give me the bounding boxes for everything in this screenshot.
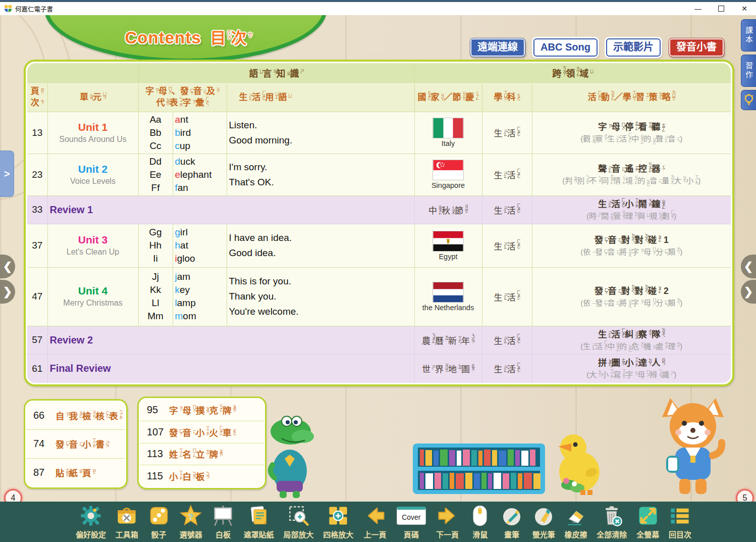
appendix-item-p113[interactable]: 113 姓ㄒㄧㄥˋ名ㄇㄧㄥˊ立ㄌㄧˋ牌ㄆㄞˊ <box>140 444 264 466</box>
toolbar-item-局部放大[interactable]: 局部放大 <box>284 504 314 539</box>
prev-page-chevron-right[interactable]: ❮ <box>741 255 756 278</box>
unit-subtitle: Voice Levels <box>50 176 136 187</box>
bottom-toolbar: 偏好設定工具箱骰子?選號器白板遮罩貼紙局部放大四格放大上一頁Cover頁碼下一頁… <box>0 502 756 542</box>
page-number-right[interactable]: 5 <box>736 489 754 502</box>
toolbar-item-選號器[interactable]: ?選號器 <box>179 504 202 539</box>
unit-title: Unit 1 <box>50 121 136 134</box>
country-cell: 世ㄕˋ界ㄐㄧㄝˋ地ㄉㄧˋ圖ㄊㄨˊ <box>414 354 482 383</box>
toolbar-item-下一頁[interactable]: 下一頁 <box>436 504 460 539</box>
toolbar-label: 選號器 <box>180 529 202 539</box>
next-page-chevron-left[interactable]: ❯ <box>0 280 15 304</box>
toolbar-item-全螢幕[interactable]: 全螢幕 <box>636 504 659 539</box>
singapore-flag-icon <box>433 160 464 180</box>
toc-row-unit-4[interactable]: 47 Unit 4 Merry Christmas JjKkLlMm jamke… <box>27 267 731 326</box>
page-number-left[interactable]: 4 <box>4 489 22 502</box>
appendix-item-p115[interactable]: 115 小ㄒㄧㄠˇ白ㄅㄞˊ板ㄅㄢˇ <box>140 465 264 487</box>
unit-cell: Unit 1 Sounds Around Us <box>47 112 138 154</box>
italy-flag-icon <box>433 118 464 138</box>
mouse-icon <box>469 504 491 528</box>
appendix-item-p107[interactable]: 107 發ㄈㄚ音ㄧㄣ小ㄒㄧㄠˇ火ㄏㄨㄛˇ車ㄔㄜ <box>140 421 264 444</box>
toc-row-final-review[interactable]: 61 Final Review 世ㄕˋ界ㄐㄧㄝˋ地ㄉㄧˋ圖ㄊㄨˊ 生ㄕㄥ活ㄏㄨㄛ… <box>27 354 731 383</box>
top-button-遠端連線[interactable]: 遠端連線 <box>470 38 525 57</box>
minimize-button[interactable]: — <box>686 2 710 15</box>
prev-page-chevron-left[interactable]: ❮ <box>0 255 15 278</box>
country-cell: 農ㄋㄨㄥˊ曆ㄌㄧˋ新ㄒㄧㄣ年ㄋㄧㄢˊ <box>414 326 482 354</box>
bookshelf-decoration <box>413 444 545 494</box>
page-title-en: Contents <box>125 28 201 47</box>
toc-row-unit-2[interactable]: 23 Unit 2 Voice Levels DdEeFf duckelepha… <box>27 154 731 195</box>
unit-cell: Unit 2 Voice Levels <box>47 154 138 195</box>
toc-row-unit-1[interactable]: 13 Unit 1 Sounds Around Us AaBbCc antbir… <box>27 112 731 154</box>
current-page-code: Cover <box>397 507 426 525</box>
toolbar-item-螢光筆[interactable]: 螢光筆 <box>532 504 555 539</box>
window-title: 何嘉仁電子書 <box>15 4 53 14</box>
appendix-item-p66[interactable]: 66 自ㄗˋ我ㄨㄛˇ檢ㄐㄧㄢˇ核ㄏㄜˊ表ㄅㄧㄠˇ <box>26 402 125 430</box>
whiteboard-icon <box>212 504 234 528</box>
letters-cell: AaBbCc <box>138 112 173 154</box>
phrases-cell: I'm sorry.That's OK. <box>227 154 414 195</box>
toc-row-review-2[interactable]: 57 Review 2 農ㄋㄨㄥˊ曆ㄌㄧˋ新ㄒㄧㄣ年ㄋㄧㄢˊ 生ㄕㄥ活ㄏㄨㄛˊ … <box>27 326 731 354</box>
toolbar-item-上一頁[interactable]: 上一頁 <box>363 504 387 539</box>
toolbar-item-畫筆[interactable]: 畫筆 <box>501 504 523 539</box>
side-tab-lightbulb[interactable] <box>741 90 756 110</box>
side-tabs: 課本習作 <box>741 19 756 113</box>
app-window: 何嘉仁電子書 — ✕ Contents目ㄇㄨˋ次ㄘˋ 遠端連線ABC Song示… <box>0 0 756 542</box>
toolbar-item-工具箱[interactable]: 工具箱 <box>116 504 138 539</box>
toolbar-item-全部清除[interactable]: 全部清除 <box>597 504 627 539</box>
appendix-item-p95[interactable]: 95 字ㄗˋ母ㄇㄨˇ撲ㄆㄨ克ㄎㄜˋ牌ㄆㄞˊ <box>140 399 264 421</box>
column-header-activity: 活ㄏㄨㄛˊ動ㄉㄨㄥˋ／學ㄒㄩㄝˊ習ㄒㄧˊ策ㄘㄜˋ略ㄌㄩㄝˋ <box>532 82 731 112</box>
next-page-chevron-right[interactable]: ❯ <box>741 280 756 304</box>
toolbar-item-四格放大[interactable]: 四格放大 <box>323 504 353 539</box>
top-buttons: 遠端連線ABC Song示範影片發音小書 <box>470 38 724 57</box>
close-button[interactable]: ✕ <box>733 2 756 15</box>
column-header-country: 國ㄍㄨㄛˊ家ㄐㄧㄚ／節ㄐㄧㄝˊ慶ㄑㄧㄥˋ <box>414 82 482 112</box>
letters-cell: GgHhIi <box>138 224 173 267</box>
side-tab-習作[interactable]: 習作 <box>741 55 756 87</box>
toolbar-item-回目次[interactable]: 回目次 <box>669 504 691 539</box>
appendix-item-p87[interactable]: 87 貼ㄊㄧㄝ紙ㄓˇ頁ㄧㄝˋ <box>26 459 125 486</box>
subject-cell: 生ㄕㄥ活ㄏㄨㄛˊ <box>482 267 532 326</box>
subject-cell: 生ㄕㄥ活ㄏㄨㄛˊ <box>482 354 532 383</box>
toc-row-review-1[interactable]: 33 Review 1 中ㄓㄨㄥ秋ㄑㄧㄡ節ㄐㄧㄝˊ 生ㄕㄥ活ㄏㄨㄛˊ 生ㄕㄥ活ㄏ… <box>27 195 731 224</box>
activity-cell: 拼ㄆㄧㄣ圖ㄊㄨˊ小ㄒㄧㄠˇ達ㄉㄚˊ人ㄖㄣˊ(大ㄉㄚˋ小ㄒㄧㄠˇ寫ㄒㄧㄝˇ字ㄗˋ母… <box>532 354 731 383</box>
column-header-unit: 單ㄉㄢ元ㄩㄢˊ <box>47 82 138 112</box>
dice-icon <box>148 504 170 528</box>
toolbar-item-白板[interactable]: 白板 <box>212 504 234 539</box>
appendix-page-number: 66 <box>33 410 56 421</box>
lightbulb-icon <box>744 94 754 106</box>
maximize-button[interactable] <box>710 2 733 15</box>
unit-title: Unit 3 <box>50 233 136 247</box>
appendix-label: 貼ㄊㄧㄝ紙ㄓˇ頁ㄧㄝˋ <box>56 466 96 479</box>
top-button-示範影片[interactable]: 示範影片 <box>606 38 661 57</box>
toolbar-item-橡皮擦[interactable]: 橡皮擦 <box>565 504 587 539</box>
egypt-flag-icon <box>433 231 464 252</box>
unit-subtitle: Merry Christmas <box>50 298 136 309</box>
toolbar-item-頁碼[interactable]: Cover頁碼 <box>397 504 426 539</box>
left-panel-tab[interactable]: > <box>0 151 14 197</box>
review-title: Review 2 <box>47 326 414 354</box>
appendix-page-number: 115 <box>147 470 169 482</box>
toolbar-item-遮罩貼紙[interactable]: 遮罩貼紙 <box>244 504 274 539</box>
toolbar-label: 頁碼 <box>404 529 419 539</box>
top-button-發音小書[interactable]: 發音小書 <box>669 38 724 57</box>
sticky-notes-icon <box>248 504 270 528</box>
toolbar-item-骰子[interactable]: 骰子 <box>148 504 170 539</box>
appendix-item-p74[interactable]: 74 發ㄈㄚ音ㄧㄣ小ㄒㄧㄠˇ書ㄕㄨ <box>26 430 125 458</box>
svg-text:?: ? <box>188 512 193 521</box>
appendix-label: 字ㄗˋ母ㄇㄨˇ撲ㄆㄨ克ㄎㄜˋ牌ㄆㄞˊ <box>169 404 236 416</box>
toolbar-label: 四格放大 <box>323 529 353 539</box>
top-button-ABC Song[interactable]: ABC Song <box>533 38 598 57</box>
toolbar-item-偏好設定[interactable]: 偏好設定 <box>76 504 106 539</box>
toolbar-label: 上一頁 <box>364 529 387 539</box>
toolbar-item-滑鼠[interactable]: 滑鼠 <box>469 504 491 539</box>
zoom-grid-icon <box>327 504 349 528</box>
column-header-letters: 字ㄗˋ母ㄇㄨˇ、發ㄈㄚ音ㄧㄣ及ㄐㄧˊ代ㄉㄞˋ表ㄅㄧㄠˇ字ㄗˋ彙ㄏㄨㄟˋ <box>138 82 227 112</box>
row-page-number: 47 <box>27 267 47 326</box>
country-cell: 中ㄓㄨㄥ秋ㄑㄧㄡ節ㄐㄧㄝˊ <box>414 195 482 224</box>
side-tab-課本[interactable]: 課本 <box>741 19 756 52</box>
toc-row-unit-3[interactable]: 37 Unit 3 Let's Clean Up GgHhIi girlhati… <box>27 224 731 267</box>
review-title: Final Review <box>47 354 414 383</box>
arrow-left-icon <box>363 504 387 528</box>
activity-cell: 聲ㄕㄥ音ㄧㄣ遙ㄧㄠˊ控ㄎㄨㄥˋ器ㄑㄧˋ(判ㄆㄢˋ別ㄅㄧㄝˊ不ㄅㄨˋ同ㄊㄨㄥˊ情ㄑ… <box>532 154 731 195</box>
column-header-phrases: 生ㄕㄥ活ㄏㄨㄛˊ用ㄩㄥˋ語ㄩˇ <box>227 82 414 112</box>
